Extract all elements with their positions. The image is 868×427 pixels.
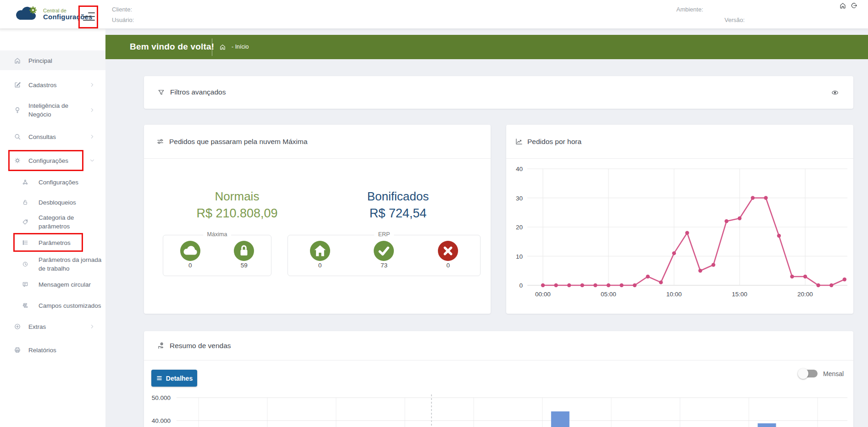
printer-icon — [13, 346, 22, 354]
sliders-icon — [156, 137, 165, 146]
sidebar-item-label: Campos customizados — [39, 301, 101, 310]
status-cell-lock: 59 — [234, 241, 254, 269]
check-icon — [374, 241, 394, 261]
sidebar-item-categoria-de-parametros[interactable]: Categoria deparâmetros — [0, 211, 105, 232]
sidebar-item-inteligencia-de-negocio[interactable]: Inteligência deNegócio — [0, 97, 105, 122]
sales-title: Resumo de vendas — [170, 342, 231, 350]
toggle-knob — [798, 368, 808, 379]
home-icon — [13, 56, 22, 65]
list-menu-icon — [156, 375, 163, 382]
sidebar-item-principal[interactable]: Principal — [0, 50, 105, 70]
status-count: 73 — [374, 262, 394, 269]
message-icon — [22, 281, 29, 288]
filtros-avancados-card[interactable]: Filtros avançados — [144, 76, 853, 109]
x-icon — [438, 241, 458, 261]
detalhes-button[interactable]: Detalhes — [151, 370, 197, 387]
status-count: 0 — [310, 262, 330, 269]
sidebar-item-extras[interactable]: Extras — [0, 316, 105, 336]
svg-text:00:00: 00:00 — [535, 291, 551, 298]
resumo-de-vendas-card: Resumo de vendas Detalhes Mensal 50.0004… — [144, 331, 853, 427]
welcome-banner: Bem vindo de volta! - Início — [105, 35, 868, 59]
sidebar-item-label: Cadastros — [28, 80, 57, 89]
resumo-de-vendas-chart: 50.00040.000 — [144, 331, 853, 427]
home-icon — [310, 241, 330, 261]
pedidos-nuvem-card: Pedidos que passaram pela nuvem Máxima N… — [144, 125, 491, 314]
sidebar-item-parametros[interactable]: Parâmetros — [0, 233, 105, 252]
svg-text:40: 40 — [516, 166, 523, 172]
layers-icon — [22, 302, 29, 309]
home-icon[interactable] — [839, 1, 847, 10]
sidebar-item-campos-customizados[interactable]: Campos customizados — [0, 296, 105, 315]
svg-text:15:00: 15:00 — [732, 291, 747, 298]
sidebar-item-label: Mensagem circular — [39, 280, 91, 289]
svg-text:20: 20 — [516, 224, 523, 231]
sidebar-item-relatorios[interactable]: Relatórios — [0, 340, 105, 360]
bonificados-value: R$ 724,54 — [320, 206, 476, 221]
funnel-icon — [157, 88, 166, 97]
lock-icon — [234, 241, 254, 261]
topbar: Central de Configurações Cliente: Usuári… — [0, 0, 868, 28]
breadcrumb[interactable]: - Início — [232, 44, 249, 50]
hand-holding-money-icon — [157, 341, 166, 350]
sidebar-item-label: Consultas — [28, 132, 56, 141]
mensal-toggle[interactable] — [799, 370, 818, 377]
status-cell-check: 73 — [374, 241, 394, 269]
sidebar-item-label: Inteligência deNegócio — [28, 101, 68, 119]
cloud-icon — [180, 241, 200, 261]
sidebar-item-consultas[interactable]: Consultas — [0, 127, 105, 146]
status-cell-home: 0 — [310, 241, 330, 269]
svg-text:30: 30 — [516, 195, 523, 202]
logout-icon[interactable] — [850, 1, 858, 10]
svg-text:0: 0 — [519, 282, 523, 289]
sidebar-item-mensagem-circular[interactable]: Mensagem circular — [0, 275, 105, 294]
app: Central de Configurações Cliente: Usuári… — [0, 0, 868, 427]
breadcrumb-home-icon[interactable] — [219, 43, 227, 51]
sidebar-item-label: Principal — [28, 56, 52, 65]
sidebar-item-configuracoes-sub[interactable]: Configurações — [0, 172, 105, 192]
status-count: 0 — [438, 262, 458, 269]
status-count: 0 — [180, 262, 200, 269]
list-icon — [22, 239, 29, 246]
group-maxima: Máxima059 — [163, 235, 271, 276]
svg-text:05:00: 05:00 — [601, 291, 616, 298]
sidebar-item-parametros-da-jornada[interactable]: Parâmetros da jornadade trabalho — [0, 254, 105, 274]
sidebar-item-cadastros[interactable]: Cadastros — [0, 75, 105, 94]
unlock-icon — [22, 199, 29, 206]
normais-value: R$ 210.808,09 — [159, 206, 315, 221]
nodes-icon — [22, 178, 29, 186]
sidebar-item-label: Desbloqueios — [39, 198, 76, 206]
pedidos-por-hora-chart: 01020304000:0005:0010:0015:0020:00 — [506, 125, 853, 314]
cloud-gear-logo-icon — [14, 6, 40, 23]
sidebar-item-label: Extras — [28, 322, 46, 331]
banner-divider — [212, 39, 212, 56]
bonificados-label: Bonificados — [320, 189, 476, 204]
search-icon — [13, 133, 22, 141]
tag-icon — [22, 218, 29, 226]
ambiente-label: Ambiente: — [676, 6, 703, 13]
normais-label: Normais — [159, 189, 315, 204]
gear-icon — [13, 156, 22, 165]
sidebar-item-desbloqueios[interactable]: Desbloqueios — [0, 192, 105, 212]
sidebar-item-configuracoes[interactable]: Configurações — [0, 150, 105, 171]
edit-icon — [13, 81, 22, 89]
chevron-right-icon — [89, 82, 95, 88]
chevron-right-icon — [89, 323, 95, 330]
svg-text:20:00: 20:00 — [797, 291, 813, 298]
svg-text:40.000: 40.000 — [152, 417, 171, 424]
versao-label: Versão: — [724, 17, 745, 23]
app-logo: Central de Configurações — [14, 6, 93, 23]
sidebar-item-label: Parâmetros — [39, 238, 71, 247]
pedidos-por-hora-card: Pedidos por hora 01020304000:0005:0010:0… — [506, 125, 853, 314]
detalhes-label: Detalhes — [166, 375, 193, 382]
sidebar-item-label: Relatórios — [28, 345, 56, 354]
mensal-label: Mensal — [823, 370, 844, 377]
cliente-label: Cliente: — [112, 6, 132, 13]
menu-toggle-button[interactable] — [83, 11, 95, 21]
eye-icon[interactable] — [830, 88, 840, 97]
banner-title: Bem vindo de volta! — [130, 42, 214, 52]
clock-icon — [22, 261, 29, 268]
orders-title: Pedidos que passaram pela nuvem Máxima — [169, 138, 308, 146]
sidebar-item-label: Configurações — [39, 177, 78, 186]
status-count: 59 — [234, 262, 254, 269]
sidebar-item-label: Parâmetros da jornadade trabalho — [39, 255, 101, 273]
